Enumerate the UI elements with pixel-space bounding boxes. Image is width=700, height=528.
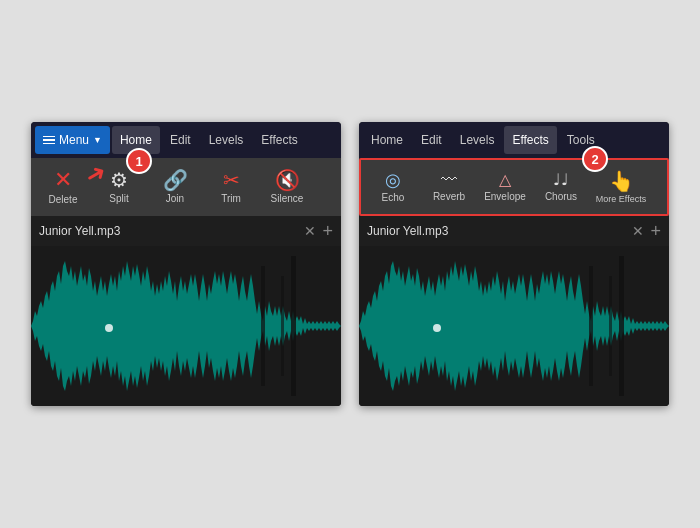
- svg-rect-3: [291, 256, 296, 396]
- left-track-add[interactable]: +: [322, 221, 333, 242]
- svg-rect-8: [619, 256, 624, 396]
- svg-rect-6: [589, 266, 593, 386]
- trim-tool[interactable]: ✂ Trim: [205, 162, 257, 212]
- join-label: Join: [166, 193, 184, 204]
- svg-rect-7: [609, 276, 612, 376]
- left-waveform: [31, 246, 341, 406]
- echo-tool[interactable]: ◎ Echo: [367, 162, 419, 212]
- main-container: Menu ▼ Home Edit Levels Effects 1 ➜ ✕ De…: [0, 0, 700, 528]
- join-tool[interactable]: 🔗 Join: [149, 162, 201, 212]
- reverb-tool[interactable]: 〰 Reverb: [423, 162, 475, 212]
- more-effects-icon: 👆: [609, 171, 634, 191]
- chorus-icon: ♩♩: [553, 172, 569, 188]
- split-label: Split: [109, 193, 128, 204]
- right-panel: Home Edit Levels Effects Tools 2 ◎ Echo …: [359, 122, 669, 406]
- right-waveform: [359, 246, 669, 406]
- svg-point-4: [105, 324, 113, 332]
- reverb-label: Reverb: [433, 191, 465, 202]
- silence-tool[interactable]: 🔇 Silence: [261, 162, 313, 212]
- trim-label: Trim: [221, 193, 241, 204]
- svg-rect-2: [281, 276, 284, 376]
- right-toolbar: 2 ◎ Echo 〰 Reverb △ Envelope ♩♩ Chorus 👆: [359, 158, 669, 216]
- tab-levels-right[interactable]: Levels: [452, 126, 503, 154]
- envelope-label: Envelope: [484, 191, 526, 202]
- svg-point-9: [433, 324, 441, 332]
- reverb-icon: 〰: [441, 172, 457, 188]
- left-panel: Menu ▼ Home Edit Levels Effects 1 ➜ ✕ De…: [31, 122, 341, 406]
- silence-icon: 🔇: [275, 170, 300, 190]
- tab-edit-left[interactable]: Edit: [162, 126, 199, 154]
- tab-edit-right[interactable]: Edit: [413, 126, 450, 154]
- tab-home-right[interactable]: Home: [363, 126, 411, 154]
- right-track-header: Junior Yell.mp3 ✕ +: [359, 216, 669, 246]
- tab-levels-left[interactable]: Levels: [201, 126, 252, 154]
- svg-rect-1: [261, 266, 265, 386]
- tab-effects-right[interactable]: Effects: [504, 126, 556, 154]
- left-track-close[interactable]: ✕: [304, 223, 316, 239]
- menu-label: Menu: [59, 133, 89, 147]
- left-track-name: Junior Yell.mp3: [39, 224, 298, 238]
- menu-button[interactable]: Menu ▼: [35, 126, 110, 154]
- delete-icon: ✕: [54, 169, 72, 191]
- trim-icon: ✂: [223, 170, 240, 190]
- right-track-close[interactable]: ✕: [632, 223, 644, 239]
- tab-effects-left[interactable]: Effects: [253, 126, 305, 154]
- silence-label: Silence: [271, 193, 304, 204]
- step2-circle: 2: [582, 146, 608, 172]
- delete-label: Delete: [49, 194, 78, 205]
- right-waveform-svg: [359, 246, 669, 406]
- join-icon: 🔗: [163, 170, 188, 190]
- left-waveform-svg: [31, 246, 341, 406]
- split-icon: ⚙: [110, 170, 128, 190]
- left-nav-bar: Menu ▼ Home Edit Levels Effects: [31, 122, 341, 158]
- step1-circle: 1: [126, 148, 152, 174]
- echo-label: Echo: [382, 192, 405, 203]
- menu-dropdown-icon: ▼: [93, 135, 102, 145]
- envelope-icon: △: [499, 172, 511, 188]
- right-track-add[interactable]: +: [650, 221, 661, 242]
- hamburger-icon: [43, 136, 55, 145]
- chorus-label: Chorus: [545, 191, 577, 202]
- right-track-name: Junior Yell.mp3: [367, 224, 626, 238]
- right-nav-bar: Home Edit Levels Effects Tools: [359, 122, 669, 158]
- left-toolbar: 1 ➜ ✕ Delete ⚙ Split 🔗 Join ✂ Trim: [31, 158, 341, 216]
- more-effects-label: More Effects: [596, 194, 646, 204]
- envelope-tool[interactable]: △ Envelope: [479, 162, 531, 212]
- left-track-header: Junior Yell.mp3 ✕ +: [31, 216, 341, 246]
- chorus-tool[interactable]: ♩♩ Chorus: [535, 162, 587, 212]
- echo-icon: ◎: [385, 171, 401, 189]
